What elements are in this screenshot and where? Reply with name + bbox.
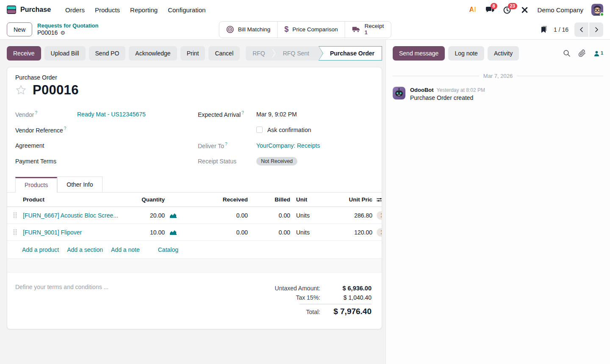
tax-value: $ 1,040.40: [327, 294, 372, 301]
breadcrumb-current: P00016: [37, 29, 58, 37]
pager-prev-button[interactable]: [574, 22, 588, 37]
message-author[interactable]: OdooBot: [410, 87, 434, 93]
new-button[interactable]: New: [7, 22, 32, 36]
add-note-link[interactable]: Add a note: [111, 246, 140, 253]
gear-icon[interactable]: ⚙: [60, 30, 65, 36]
unit-cell[interactable]: Units: [290, 229, 330, 236]
ai-icon[interactable]: AI: [468, 5, 477, 14]
messages-icon[interactable]: 8: [485, 5, 495, 14]
help-icon: ?: [225, 142, 227, 146]
col-unit-price[interactable]: Unit Pric: [330, 196, 372, 203]
chatter-message: OdooBot Yesterday at 8:02 PM Purchase Or…: [386, 84, 610, 104]
menu-reporting[interactable]: Reporting: [125, 4, 163, 16]
notebook-tabs: Products Other Info: [7, 176, 382, 193]
optional-columns-icon[interactable]: [372, 197, 382, 203]
activity-button[interactable]: Activity: [488, 46, 519, 61]
followers-icon[interactable]: 1: [593, 50, 603, 57]
terms-placeholder[interactable]: Define your terms and conditions ...: [15, 284, 108, 290]
quantity-cell[interactable]: 20.00: [128, 212, 165, 219]
order-lines-table: Product Quantity Received Billed Unit Un…: [7, 193, 382, 273]
product-link[interactable]: [FURN_6667] Acoustic Bloc Scree...: [23, 212, 118, 219]
tax-badge[interactable]: 1: [377, 228, 382, 237]
cancel-button[interactable]: Cancel: [208, 46, 240, 61]
col-billed[interactable]: Billed: [248, 196, 290, 203]
menu-orders[interactable]: Orders: [60, 4, 90, 16]
expected-arrival-input[interactable]: Mar 9, 9:02 PM: [256, 111, 297, 118]
paperclip-icon[interactable]: [578, 50, 586, 57]
log-note-button[interactable]: Log note: [448, 46, 484, 61]
field-agreement: Agreement: [15, 138, 191, 153]
col-quantity[interactable]: Quantity: [128, 196, 165, 203]
pager-value[interactable]: 1 / 16: [554, 26, 568, 33]
tab-products[interactable]: Products: [15, 177, 57, 193]
untaxed-value: $ 6,936.00: [327, 285, 372, 292]
forecast-icon[interactable]: [165, 229, 182, 235]
main-content: Receive Upload Bill Send PO Acknowledge …: [0, 40, 610, 364]
catalog-link[interactable]: Catalog: [158, 246, 178, 253]
receive-button[interactable]: Receive: [7, 46, 41, 61]
col-received[interactable]: Received: [182, 196, 248, 203]
user-avatar[interactable]: [591, 4, 603, 16]
acknowledge-button[interactable]: Acknowledge: [129, 46, 177, 61]
app-grid-icon: [7, 6, 16, 14]
unit-price-cell[interactable]: 286.80: [330, 212, 372, 219]
quantity-cell[interactable]: 10.00: [128, 229, 165, 236]
tab-other-info[interactable]: Other Info: [57, 176, 102, 192]
ask-confirmation-checkbox[interactable]: [256, 127, 263, 133]
status-step-rfq[interactable]: RFQ: [246, 50, 272, 57]
company-name[interactable]: Demo Company: [538, 6, 583, 14]
control-panel: New Requests for Quotation P00016 ⚙ Bill…: [0, 19, 610, 40]
drag-handle-icon[interactable]: [7, 212, 22, 218]
upload-bill-button[interactable]: Upload Bill: [44, 46, 86, 61]
send-po-button[interactable]: Send PO: [89, 46, 126, 61]
help-icon: ?: [35, 110, 37, 115]
message-body: Purchase Order created: [410, 94, 485, 101]
unit-price-cell[interactable]: 120.00: [330, 229, 372, 236]
tools-icon[interactable]: [520, 5, 530, 14]
print-button[interactable]: Print: [180, 46, 205, 61]
pager-next-button[interactable]: [589, 22, 603, 37]
page-title: P00016: [33, 83, 79, 98]
status-step-purchase-order[interactable]: Purchase Order: [319, 47, 382, 60]
col-product[interactable]: Product: [22, 196, 128, 203]
receipt-button[interactable]: Receipt 1: [345, 22, 391, 38]
truck-icon: [352, 26, 361, 33]
menu-configuration[interactable]: Configuration: [163, 4, 211, 16]
add-product-link[interactable]: Add a product: [22, 246, 59, 253]
menu-products[interactable]: Products: [90, 4, 125, 16]
action-bar: Receive Upload Bill Send PO Acknowledge …: [0, 40, 385, 67]
activities-badge: 23: [508, 3, 517, 9]
breadcrumb-parent[interactable]: Requests for Quotation: [37, 22, 98, 29]
status-step-rfq-sent[interactable]: RFQ Sent: [276, 50, 316, 57]
table-footer-links: Add a product Add a section Add a note C…: [7, 241, 382, 259]
field-expected-arrival: Expected Arrival? Mar 9, 9:02 PM: [198, 106, 374, 122]
doc-type-label: Purchase Order: [15, 74, 374, 81]
apps-menu-button[interactable]: Purchase: [7, 6, 51, 14]
bookmark-icon[interactable]: [541, 25, 548, 33]
chatter-toolbar: Send message Log note Activity 1: [386, 40, 610, 67]
send-message-button[interactable]: Send message: [393, 46, 445, 61]
field-payment-terms: Payment Terms: [15, 153, 191, 169]
activities-icon[interactable]: 23: [503, 5, 512, 14]
chatter: Send message Log note Activity 1 Mar 7, …: [385, 40, 610, 364]
add-section-link[interactable]: Add a section: [67, 246, 103, 253]
follower-count: 1: [601, 50, 603, 55]
col-unit[interactable]: Unit: [290, 196, 330, 203]
ask-confirmation-label[interactable]: Ask confirmation: [267, 127, 311, 133]
date-divider-label: Mar 7, 2026: [483, 73, 513, 79]
help-icon: ?: [64, 126, 67, 131]
unit-cell[interactable]: Units: [290, 212, 330, 219]
price-comparison-button[interactable]: $ Price Comparison: [277, 22, 345, 38]
odoobot-avatar[interactable]: [393, 87, 405, 101]
product-link[interactable]: [FURN_9001] Flipover: [23, 229, 82, 236]
deliver-to-link[interactable]: YourCompany: Receipts: [256, 142, 320, 149]
favorite-star-icon[interactable]: [15, 85, 27, 96]
bill-matching-button[interactable]: Bill Matching: [219, 22, 278, 38]
app-name[interactable]: Purchase: [20, 6, 51, 14]
help-icon: ?: [241, 110, 244, 115]
drag-handle-icon[interactable]: [7, 229, 22, 235]
vendor-link[interactable]: Ready Mat - US12345675: [77, 111, 146, 118]
search-icon[interactable]: [563, 50, 571, 57]
forecast-icon[interactable]: [165, 212, 182, 218]
tax-badge[interactable]: 1: [377, 211, 382, 220]
